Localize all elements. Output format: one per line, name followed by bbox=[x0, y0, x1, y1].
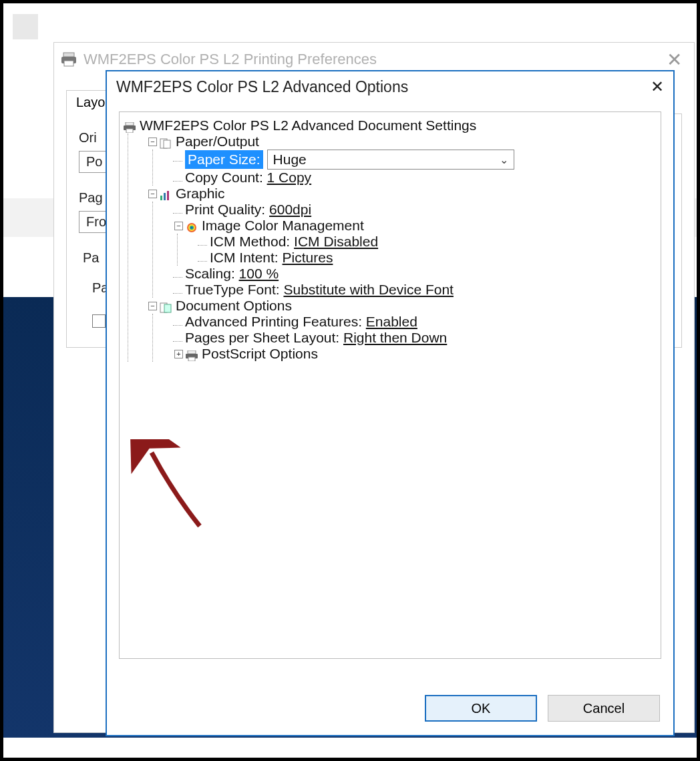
ttf-value[interactable]: Substitute with Device Font bbox=[283, 282, 453, 298]
color-target-icon bbox=[186, 220, 198, 231]
adv-print-key: Advanced Printing Features: bbox=[185, 314, 362, 330]
background-square bbox=[13, 14, 38, 39]
paper-size-select[interactable]: Huge ⌄ bbox=[267, 150, 514, 170]
print-quality-value[interactable]: 600dpi bbox=[269, 202, 311, 218]
paper-icon bbox=[160, 136, 172, 147]
paper-output-label: Paper/Output bbox=[176, 134, 259, 150]
ps-options-label: PostScript Options bbox=[202, 346, 318, 362]
copy-count-value[interactable]: 1 Copy bbox=[267, 170, 312, 186]
tree-adv-printing[interactable]: Advanced Printing Features: Enabled bbox=[173, 314, 657, 330]
scaling-value[interactable]: 100 % bbox=[239, 266, 279, 282]
icm-intent-key: ICM Intent: bbox=[210, 250, 279, 266]
svg-rect-17 bbox=[188, 350, 196, 354]
tree-panel: WMF2EPS Color PS L2 Advanced Document Se… bbox=[119, 111, 661, 659]
collapse-icon[interactable]: − bbox=[148, 138, 157, 146]
copy-count-key: Copy Count: bbox=[185, 170, 263, 186]
tree-scaling[interactable]: Scaling: 100 % bbox=[173, 266, 657, 282]
icm-method-value[interactable]: ICM Disabled bbox=[294, 234, 378, 250]
svg-rect-19 bbox=[188, 357, 195, 361]
annotation-arrow-icon bbox=[126, 439, 206, 539]
tree-paper-output[interactable]: − Paper/Output bbox=[148, 134, 657, 150]
svg-rect-9 bbox=[164, 193, 166, 200]
icm-method-key: ICM Method: bbox=[210, 234, 290, 250]
document-icon bbox=[160, 300, 172, 311]
tree-truetype-font[interactable]: TrueType Font: Substitute with Device Fo… bbox=[173, 282, 657, 298]
svg-rect-3 bbox=[126, 122, 134, 125]
tree-root[interactable]: WMF2EPS Color PS L2 Advanced Document Se… bbox=[124, 117, 657, 134]
tree-paper-size[interactable]: Paper Size: Huge ⌄ bbox=[173, 150, 657, 170]
adv-print-value[interactable]: Enabled bbox=[366, 314, 417, 330]
parent-title: WMF2EPS Color PS L2 Printing Preferences bbox=[83, 51, 377, 68]
close-icon[interactable]: ✕ bbox=[660, 49, 689, 71]
tree-pages-sheet[interactable]: Pages per Sheet Layout: Right then Down bbox=[173, 330, 657, 346]
checkbox[interactable] bbox=[92, 314, 106, 328]
tree-postscript-options[interactable]: + PostScript Options bbox=[173, 346, 657, 362]
scaling-key: Scaling: bbox=[185, 266, 235, 282]
printer-icon bbox=[186, 348, 198, 359]
tree-graphic[interactable]: − Graphic bbox=[148, 186, 657, 202]
tree-icm-method[interactable]: ICM Method: ICM Disabled bbox=[198, 234, 657, 250]
tree-icm-intent[interactable]: ICM Intent: Pictures bbox=[198, 250, 657, 266]
close-icon[interactable]: ✕ bbox=[651, 77, 664, 96]
pages-sheet-key: Pages per Sheet Layout: bbox=[185, 330, 339, 346]
cancel-button[interactable]: Cancel bbox=[548, 695, 660, 722]
collapse-icon[interactable]: − bbox=[174, 222, 183, 230]
doc-options-label: Document Options bbox=[176, 298, 292, 314]
tree-document-options[interactable]: − Document Options bbox=[148, 298, 657, 314]
svg-rect-7 bbox=[164, 140, 170, 148]
svg-rect-16 bbox=[164, 304, 171, 312]
child-titlebar: WMF2EPS Color PS L2 Advanced Options ✕ bbox=[107, 71, 673, 102]
ok-button[interactable]: OK bbox=[425, 695, 537, 722]
svg-rect-5 bbox=[126, 129, 133, 133]
printer-icon bbox=[59, 51, 78, 67]
icm-intent-value[interactable]: Pictures bbox=[283, 250, 333, 266]
tree-root-label: WMF2EPS Color PS L2 Advanced Document Se… bbox=[140, 117, 476, 134]
printer-icon bbox=[124, 120, 136, 131]
paper-size-key: Paper Size: bbox=[185, 150, 263, 169]
chart-icon bbox=[160, 188, 172, 199]
expand-icon[interactable]: + bbox=[174, 350, 183, 358]
tree-icm[interactable]: − Image Color Management bbox=[173, 218, 657, 234]
ttf-key: TrueType Font: bbox=[185, 282, 280, 298]
tree-copy-count[interactable]: Copy Count: 1 Copy bbox=[173, 170, 657, 186]
collapse-icon[interactable]: − bbox=[148, 302, 157, 310]
print-quality-key: Print Quality: bbox=[185, 202, 265, 218]
child-title: WMF2EPS Color PS L2 Advanced Options bbox=[116, 78, 408, 96]
svg-point-14 bbox=[191, 227, 193, 229]
svg-rect-10 bbox=[167, 191, 169, 200]
advanced-options-dialog: WMF2EPS Color PS L2 Advanced Options ✕ W… bbox=[106, 70, 675, 736]
svg-rect-8 bbox=[160, 196, 162, 200]
tree-print-quality[interactable]: Print Quality: 600dpi bbox=[173, 202, 657, 218]
pages-sheet-value[interactable]: Right then Down bbox=[343, 330, 447, 346]
icm-label: Image Color Management bbox=[202, 218, 364, 234]
svg-rect-2 bbox=[64, 61, 73, 66]
chevron-down-icon: ⌄ bbox=[500, 154, 508, 166]
graphic-label: Graphic bbox=[176, 186, 225, 202]
svg-rect-0 bbox=[63, 53, 74, 57]
collapse-icon[interactable]: − bbox=[148, 190, 157, 198]
